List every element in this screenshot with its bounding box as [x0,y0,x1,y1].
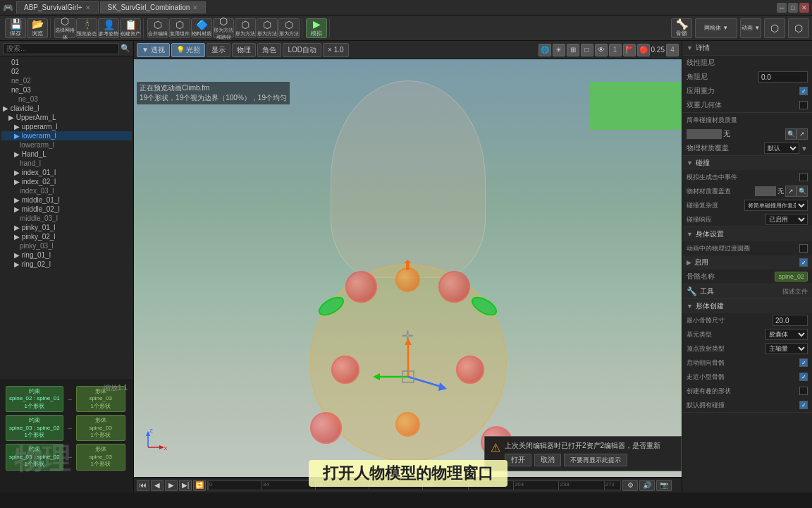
vis-icon[interactable]: 👁 [595,44,608,56]
collision-response-select[interactable]: 已启用 [765,214,808,225]
character-button[interactable]: 角色 [257,43,281,57]
title-tab-sk[interactable]: SK_SurvGirl_Combination ✕ [100,1,207,13]
merge-edit-button[interactable]: ⬡合并编辑 [147,18,168,38]
create-asset-button[interactable]: 📋创建资产 [120,18,141,38]
rp-tools-header[interactable]: 🔧 工具 描述文件 [682,284,812,298]
material-pick-icon[interactable]: ↗ [796,128,808,140]
show-button[interactable]: 显示 [207,43,230,57]
tree-item-index02[interactable]: ▶ index_02_l [1,177,132,186]
angular-damping-input[interactable] [758,71,808,83]
tree-item-ring01[interactable]: ▶ ring_01_l [1,250,132,260]
lod-button[interactable]: LOD自动 [283,43,321,57]
anim-physics-transition-checkbox[interactable] [799,244,808,253]
tree-item-lowerarm-l2[interactable]: lowerarm_l [1,140,132,150]
timeline-next-button[interactable]: ▶| [179,480,192,491]
material-search-icon[interactable]: 🔍 [785,128,796,140]
tab-close-sk[interactable]: ✕ [192,4,198,11]
enable-checkbox[interactable] [799,258,808,267]
anim-node-constraint-1[interactable]: 约束spine_02 : spine_011个形状 [6,386,63,412]
tree-item-pinky03[interactable]: pinky_03_l [1,241,132,250]
flag-icon[interactable]: 🚩 [623,44,636,56]
phys-bottom-left[interactable] [310,412,342,444]
tree-item-ne03b[interactable]: ne_03 [1,95,132,104]
extra-btn1[interactable]: ⬡ [764,18,785,38]
box-icon[interactable]: □ [581,44,593,56]
timeline-prev-button[interactable]: ◀ [151,480,164,491]
phys-shoulder-right[interactable] [438,271,470,303]
tree-item-middle02[interactable]: ▶ middle_02_l [1,205,132,214]
light-icon[interactable]: ☀ [553,44,565,56]
tab-close-abp[interactable]: ✕ [85,4,91,11]
tree-item-middle01[interactable]: ▶ middle_01_l [1,195,132,205]
auto-orient-bone-checkbox[interactable] [799,358,808,367]
phys-right-mid[interactable] [456,356,484,384]
notif-dismiss-button[interactable]: 不要再显示此提示 [564,454,627,466]
browse-button[interactable]: 📂浏览 [27,18,48,38]
grid-icon[interactable]: ⊞ [567,44,579,56]
tree-item-index01[interactable]: ▶ index_01_l [1,168,132,177]
timeline-loop-button[interactable]: 🔁 [193,480,206,491]
sim-hit-checkbox[interactable] [799,173,808,181]
anim-node-body-3[interactable]: 形体spine_031个形状 [76,444,125,470]
anim-node-constraint-2[interactable]: 约束spine_03 : spine_021个形状 [6,415,63,441]
phys-swatch2[interactable] [755,186,776,196]
title-tab-abp[interactable]: ABP_SurvivalGirl+ ✕ [16,1,99,13]
mesh-btn[interactable]: 网格体 ▼ [695,18,737,38]
double-geo-checkbox[interactable] [799,101,808,109]
material-button[interactable]: 🔷物料材质 [191,18,212,38]
tree-item-index03[interactable]: index_03_l [1,186,132,195]
perspective-button[interactable]: ▼ 透视 [137,43,170,57]
tree-item-hand-l[interactable]: hand_l [1,159,132,168]
physics-button[interactable]: 物理 [232,43,256,57]
notif-cancel-button[interactable]: 取消 [534,454,561,466]
reuse-comp-button[interactable]: ⬡复用组件 [169,18,190,38]
behavior3-button[interactable]: ⬡形为方法 [257,18,278,38]
tree-item-pinky01[interactable]: ▶ pinky_01_l [1,223,132,232]
vertex-project-select[interactable]: 主轴量 [765,343,808,354]
phys-shoulder-left[interactable] [345,271,377,303]
create-shapes-checkbox[interactable] [799,387,808,395]
select-mesh-button[interactable]: ⬡选择网格体 [54,18,75,38]
physics-material-select[interactable]: 默认 [764,143,799,154]
collision-complexity-select[interactable]: 将简单碰撞用作复杂碰撞 [744,200,808,211]
tree-item-lowerarm-l1[interactable]: ▶ lowerarm_l [1,131,132,140]
anim-btn[interactable]: 动画 ▼ [740,18,761,38]
min-bone-size-input[interactable] [773,315,808,326]
phys-left-mid[interactable] [331,356,359,384]
tree-item-ne02[interactable]: ne_02 [1,76,132,85]
tree-item-clavicle[interactable]: ▶ clavicle_l [1,104,132,113]
tree-item-ring02[interactable]: ▶ ring_02_l [1,260,132,269]
viewport[interactable]: ▼ 透视 💡 光照 显示 物理 角色 LOD自动 × 1.0 🌐 ☀ ⊞ □ 👁… [134,41,682,492]
search-input[interactable] [3,43,119,54]
skeleton-button[interactable]: 🦴骨骼 [671,18,692,38]
material-swatch[interactable] [687,129,722,139]
walk-small-bone-checkbox[interactable] [799,373,808,381]
notif-open-button[interactable]: 打开 [505,454,531,466]
gravity-checkbox[interactable] [799,87,808,95]
tree-item-02[interactable]: 02 [1,67,132,76]
behavior4-button[interactable]: ⬡形为方法 [278,18,300,38]
tree-item-hand-L[interactable]: ▶ Hand_L [1,150,132,159]
preview-pose-button[interactable]: 🕴预览姿态 [76,18,97,38]
close-button[interactable]: ✕ [799,3,809,13]
anim-node-body-2[interactable]: 形体spine_031个形状 [76,415,125,441]
maximize-button[interactable]: □ [788,3,798,13]
rp-console-header[interactable]: ▶ 启用 [682,255,812,270]
primitive-type-select[interactable]: 胶囊体 [765,329,808,340]
tree-item-middle03[interactable]: middle_03_l [1,214,132,223]
rp-details-header[interactable]: ▼ 详情 [682,41,812,55]
rp-body-creation-header[interactable]: ▼ 形体创建 [682,299,812,313]
lighting-button[interactable]: 💡 光照 [171,43,206,57]
timeline-play-button[interactable]: ▶ [165,480,178,491]
tree-item-pinky02[interactable]: ▶ pinky_02_l [1,232,132,241]
rp-body-settings-header[interactable]: ▼ 身体设置 [682,227,812,241]
tree-item-ne03a[interactable]: ne_03 [1,85,132,95]
behavior2-button[interactable]: ⬡形为方法 [235,18,256,38]
phys-search2-icon[interactable]: ↗ [785,186,796,197]
behavior-path-button[interactable]: ⬡形为方法和路径 [213,18,234,38]
scale-button[interactable]: × 1.0 [323,43,349,57]
simulate-button[interactable]: ▶模拟 [306,18,327,38]
default-collision-checkbox[interactable] [799,401,808,409]
transform-gizmo[interactable] [366,334,450,419]
camera-icon[interactable]: 🌐 [539,44,551,56]
